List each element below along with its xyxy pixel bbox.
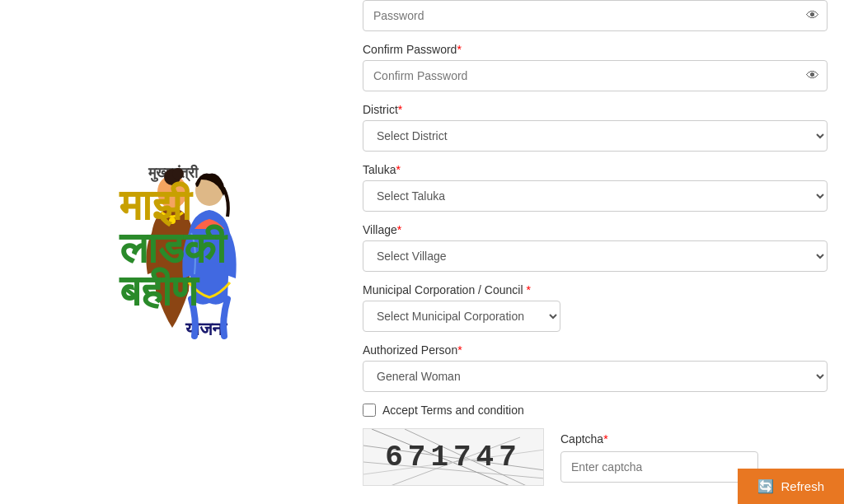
captcha-label: Captcha* [560, 432, 758, 446]
authorized-group: Authorized Person* General Woman [363, 343, 828, 392]
confirm-password-eye-icon[interactable]: 👁 [806, 68, 819, 83]
logo-main: माझी लाडकी बहीण [120, 184, 227, 340]
municipal-group: Municipal Corporation / Council * Select… [363, 283, 828, 332]
confirm-password-label: Confirm Password* [363, 43, 828, 56]
taluka-select[interactable]: Select Taluka [363, 180, 828, 212]
refresh-icon: 🔄 [757, 478, 774, 494]
district-select[interactable]: Select District [363, 120, 828, 152]
municipal-select[interactable]: Select Municipal Corporation [363, 301, 560, 332]
captcha-image: 671747 [363, 428, 544, 486]
terms-row: Accept Terms and condition [363, 404, 828, 417]
district-group: District* Select District [363, 103, 828, 152]
password-eye-icon[interactable]: 👁 [806, 8, 819, 23]
refresh-button[interactable]: 🔄 Refresh [738, 469, 844, 504]
logo-panel: मुख्यमंत्री माझी लाडकी बहीण [0, 0, 346, 504]
terms-label[interactable]: Accept Terms and condition [382, 404, 524, 417]
captcha-input[interactable] [560, 451, 758, 483]
svg-point-2 [172, 168, 184, 180]
captcha-input-group: Captcha* [560, 432, 758, 483]
village-select[interactable]: Select Village [363, 240, 828, 272]
captcha-display-text: 671747 [385, 441, 522, 474]
confirm-password-required: * [457, 43, 461, 56]
taluka-label: Taluka* [363, 163, 828, 176]
logo-container: मुख्यमंत्री माझी लाडकी बहीण [120, 165, 227, 340]
logo-line1: माझी [120, 184, 226, 226]
password-input-wrapper: 👁 [363, 0, 828, 31]
password-group: 👁 [363, 0, 828, 31]
authorized-select[interactable]: General Woman [363, 361, 828, 392]
refresh-label: Refresh [781, 479, 824, 493]
form-panel: 👁 Confirm Password* 👁 District* Select D… [346, 0, 844, 504]
district-label: District* [363, 103, 828, 116]
confirm-password-input-wrapper: 👁 [363, 60, 828, 91]
logo-line2: लाडकी [120, 226, 226, 269]
taluka-group: Taluka* Select Taluka [363, 163, 828, 212]
authorized-label: Authorized Person* [363, 343, 828, 357]
municipal-label: Municipal Corporation / Council * [363, 283, 828, 296]
password-input[interactable] [363, 0, 828, 31]
confirm-password-group: Confirm Password* 👁 [363, 43, 828, 91]
terms-checkbox[interactable] [363, 404, 376, 417]
confirm-password-input[interactable] [363, 60, 828, 91]
village-label: Village* [363, 223, 828, 236]
village-group: Village* Select Village [363, 223, 828, 272]
logo-line3: बहीण [120, 269, 226, 312]
